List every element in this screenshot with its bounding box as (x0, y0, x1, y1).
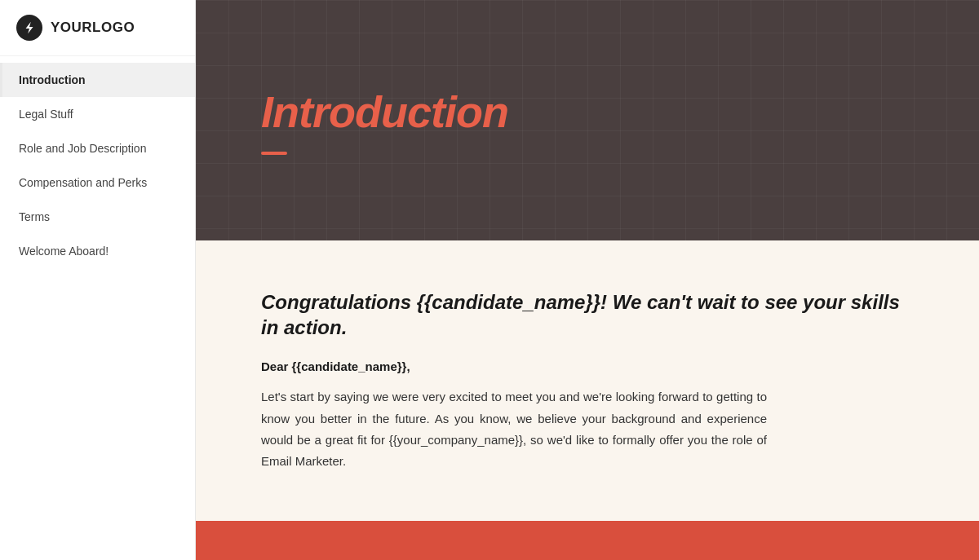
sidebar-item-terms[interactable]: Terms (0, 200, 195, 234)
sidebar-item-role-job-description[interactable]: Role and Job Description (0, 131, 195, 165)
svg-marker-0 (26, 22, 33, 33)
intro-paragraph: Let's start by saying we were very excit… (261, 386, 767, 472)
body-section: Congratulations {{candidate_name}}! We c… (196, 240, 979, 521)
dear-salutation: Dear {{candidate_name}}, (261, 359, 914, 373)
sidebar-item-compensation-perks[interactable]: Compensation and Perks (0, 165, 195, 200)
congratulations-heading: Congratulations {{candidate_name}}! We c… (261, 289, 914, 340)
sidebar-navigation: Introduction Legal Stuff Role and Job De… (0, 56, 195, 268)
header-underline-decoration (261, 152, 287, 155)
header-section: Introduction (196, 0, 979, 240)
sidebar-item-legal-stuff[interactable]: Legal Stuff (0, 97, 195, 131)
footer-red-section (196, 521, 979, 560)
main-content: Introduction Congratulations {{candidate… (196, 0, 979, 560)
logo-icon (16, 15, 42, 41)
sidebar-item-welcome-aboard[interactable]: Welcome Aboard! (0, 234, 195, 268)
logo-area: YOURLOGO (0, 0, 195, 56)
page-title: Introduction (261, 86, 914, 137)
sidebar-item-introduction[interactable]: Introduction (0, 63, 195, 97)
logo-text: YOURLOGO (51, 20, 135, 36)
lightning-icon (22, 20, 37, 35)
sidebar: YOURLOGO Introduction Legal Stuff Role a… (0, 0, 196, 560)
